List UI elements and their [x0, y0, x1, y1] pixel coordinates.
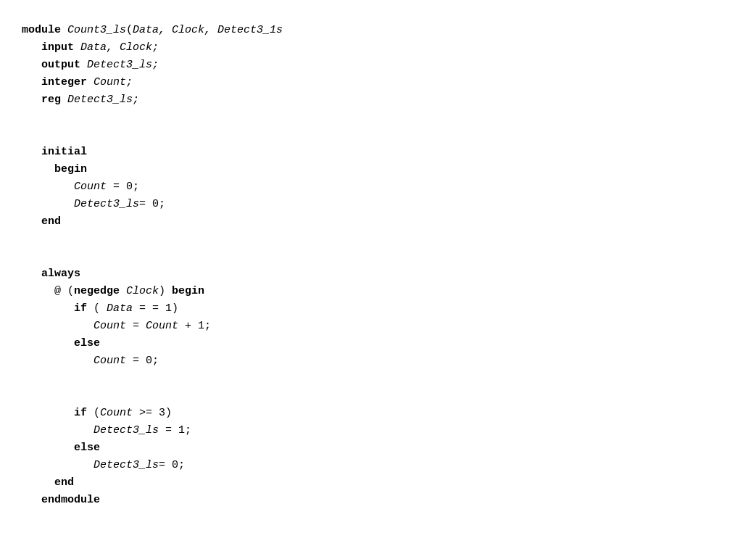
code-token: negedge [74, 285, 120, 297]
code-token [22, 459, 94, 471]
code-token [22, 76, 41, 88]
code-token [22, 337, 74, 350]
code-token: input [41, 41, 74, 54]
code-token [22, 268, 41, 280]
code-token: ) [159, 285, 172, 297]
code-token [22, 442, 74, 454]
code-token [61, 24, 67, 36]
code-token [22, 476, 54, 489]
code-token: Detect3_ls; [67, 94, 139, 106]
code-token [22, 302, 74, 315]
code-line [22, 231, 734, 248]
code-token [22, 59, 41, 71]
code-token: = [126, 320, 146, 332]
code-line: Detect3_ls= 0; [22, 457, 734, 474]
code-line [22, 370, 734, 387]
code-token [22, 198, 74, 210]
code-token: begin [54, 163, 87, 175]
code-line: Count = Count + 1; [22, 318, 734, 335]
code-token: else [74, 442, 100, 454]
code-line: reg Detect3_ls; [22, 91, 734, 109]
code-line: module Count3_ls(Data, Clock, Detect3_1s [22, 22, 734, 39]
code-line: end [22, 213, 734, 231]
code-token: end [41, 215, 61, 228]
code-line: input Data, Clock; [22, 39, 734, 57]
code-token [80, 59, 87, 71]
code-token: >= 3) [133, 407, 172, 419]
code-token: = 0; [107, 181, 139, 193]
code-token [61, 94, 67, 106]
code-token: ( [87, 407, 100, 419]
code-token: @ ( [22, 285, 74, 297]
code-line: endmodule [22, 492, 734, 509]
code-token: Count [146, 320, 178, 332]
code-line: @ (negedge Clock) begin [22, 283, 734, 300]
code-token: + 1; [178, 320, 211, 332]
code-line: else [22, 335, 734, 352]
code-token [87, 76, 94, 88]
code-token: integer [41, 76, 87, 88]
code-line: Detect3_ls = 1; [22, 422, 734, 439]
code-line: initial [22, 144, 734, 161]
code-line: integer Count; [22, 74, 734, 91]
code-token: always [41, 268, 80, 280]
code-line [22, 126, 734, 144]
code-token: ( [126, 24, 133, 36]
code-token: Count; [94, 76, 133, 88]
code-token: begin [172, 285, 204, 297]
code-token: = 0; [139, 198, 165, 210]
code-token [22, 163, 54, 175]
code-line: else [22, 439, 734, 457]
code-token: if [74, 407, 87, 419]
code-line: always [22, 265, 734, 283]
code-token: Data, Clock; [80, 41, 159, 54]
code-token: Count [94, 355, 126, 367]
code-token [22, 355, 94, 367]
code-token: Detect3_ls [94, 424, 159, 437]
code-token: else [74, 337, 100, 350]
code-line: end [22, 474, 734, 492]
code-line: Count = 0; [22, 352, 734, 370]
code-token: initial [41, 146, 87, 158]
code-token [74, 41, 80, 54]
code-token: module [22, 24, 61, 36]
code-token: endmodule [41, 494, 100, 506]
code-token: = 0; [159, 459, 185, 471]
code-token [22, 407, 74, 419]
code-token: Detect3_ls [74, 198, 139, 210]
code-token [22, 146, 41, 158]
code-token: Count [94, 320, 126, 332]
code-line [22, 109, 734, 126]
code-token [22, 215, 41, 228]
code-token: output [41, 59, 80, 71]
code-token: Data [107, 302, 133, 315]
code-line: output Detect3_ls; [22, 57, 734, 74]
code-line: Count = 0; [22, 178, 734, 196]
code-token [22, 424, 94, 437]
code-token: Count3_ls [67, 24, 126, 36]
code-token: Count [100, 407, 133, 419]
code-token: = = 1) [133, 302, 178, 315]
code-token: = 0; [126, 355, 159, 367]
code-token: end [54, 476, 74, 489]
code-token: reg [41, 94, 61, 106]
code-token: ( [87, 302, 107, 315]
code-token [22, 320, 94, 332]
code-line [22, 248, 734, 265]
code-token: Count [74, 181, 107, 193]
code-token [22, 181, 74, 193]
code-line: if ( Data = = 1) [22, 300, 734, 318]
code-editor: module Count3_ls(Data, Clock, Detect3_1s… [22, 15, 734, 516]
code-line: begin [22, 161, 734, 178]
code-token: if [74, 302, 87, 315]
code-token: Detect3_ls [94, 459, 159, 471]
code-token [22, 41, 41, 54]
code-token: Clock [126, 285, 159, 297]
code-line [22, 387, 734, 405]
code-token [120, 285, 126, 297]
code-line: if (Count >= 3) [22, 405, 734, 422]
code-token: Detect3_ls; [87, 59, 159, 71]
code-token: Data, Clock, Detect3_1s [133, 24, 283, 36]
code-token [22, 94, 41, 106]
code-token: = 1; [159, 424, 191, 437]
